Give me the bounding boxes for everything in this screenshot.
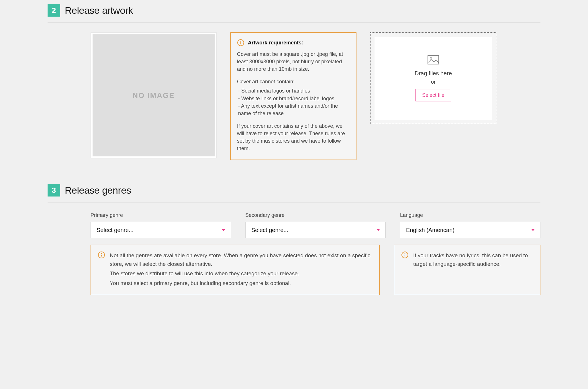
step-badge: 3 [48,184,60,197]
caret-down-icon [377,229,380,231]
requirements-heading: Artwork requirements: [248,39,303,46]
artwork-requirements-box: Artwork requirements: Cover art must be … [230,32,356,160]
primary-genre-select[interactable]: Select genre... [91,222,231,238]
artwork-dropzone[interactable]: Drag files here or Select file [370,32,496,124]
caret-down-icon [531,229,535,231]
language-label: Language [400,212,540,218]
secondary-genre-label: Secondary genre [245,212,386,218]
section-title: Release artwork [65,5,133,16]
artwork-preview-placeholder: NO IMAGE [93,34,215,156]
artwork-preview: NO IMAGE [91,32,217,158]
svg-point-9 [405,253,405,254]
requirements-list-item: Social media logos or handles [238,87,350,95]
artwork-row: NO IMAGE Artwork requirements: Cover art… [91,32,540,160]
section-header-artwork: 2 Release artwork [48,0,540,23]
svg-point-4 [430,58,432,59]
image-icon [428,55,439,66]
dropzone-text: Drag files here [415,70,452,77]
secondary-genre-field: Secondary genre Select genre... [245,212,386,238]
info-icon [98,251,105,259]
select-file-button[interactable]: Select file [415,89,451,101]
primary-genre-field: Primary genre Select genre... [91,212,231,238]
svg-rect-3 [428,56,439,64]
genre-fields-row: Primary genre Select genre... Secondary … [91,212,540,238]
primary-genre-label: Primary genre [91,212,231,218]
language-field: Language English (American) [400,212,540,238]
secondary-genre-value: Select genre... [245,222,386,238]
svg-point-1 [240,41,241,42]
genre-notice-line: You must select a primary genre, but inc… [110,279,373,287]
language-select[interactable]: English (American) [400,222,540,238]
info-icon [401,251,409,259]
step-badge: 2 [48,4,60,17]
requirements-list-item: Website links or brand/record label logo… [238,95,350,102]
language-notice-text: If your tracks have no lyrics, this can … [413,251,533,268]
info-icon [237,39,244,46]
requirements-list: Social media logos or handles Website li… [238,87,350,117]
requirements-footer: If your cover art contains any of the ab… [237,122,350,152]
requirements-intro: Cover art must be a square .jpg or .jpeg… [237,50,350,73]
language-notice: If your tracks have no lyrics, this can … [394,245,540,295]
svg-point-6 [101,253,102,254]
caret-down-icon [222,229,225,231]
secondary-genre-select[interactable]: Select genre... [245,222,386,238]
notice-row: Not all the genres are available on ever… [91,245,540,295]
section-header-genres: 3 Release genres [48,180,540,203]
primary-genre-value: Select genre... [91,222,231,238]
genre-notice-line: The stores we distribute to will use thi… [110,269,373,278]
requirements-list-item: Any text except for artist names and/or … [238,102,350,117]
requirements-cannot-label: Cover art cannot contain: [237,78,350,85]
dropzone-or: or [431,79,436,85]
genre-notice-line: Not all the genres are available on ever… [110,251,373,268]
genre-notice: Not all the genres are available on ever… [91,245,380,295]
section-title: Release genres [65,185,131,196]
language-value: English (American) [400,222,540,238]
